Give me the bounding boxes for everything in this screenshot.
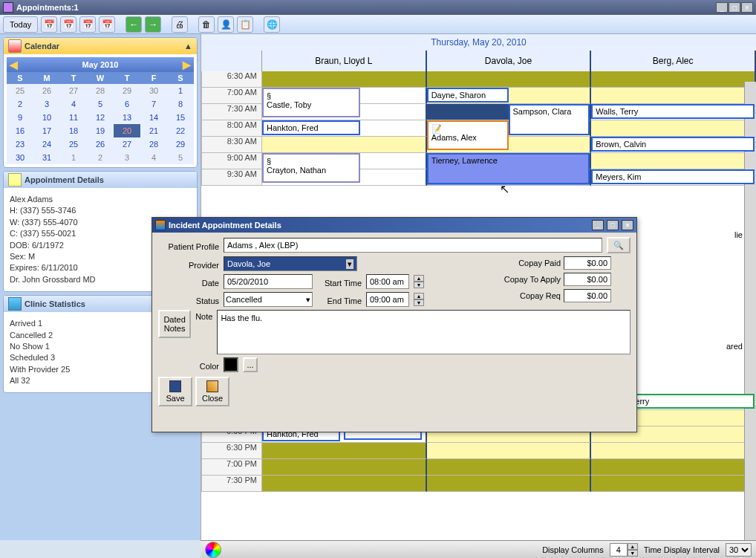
nav-prev-button[interactable]: ← (126, 16, 142, 33)
patient-profile-field[interactable] (224, 238, 602, 253)
end-time-up-button[interactable]: ▲ (414, 293, 424, 299)
calendar-day[interactable]: 18 (60, 124, 87, 137)
end-time-field[interactable] (366, 292, 409, 307)
minimize-button[interactable]: _ (716, 2, 728, 13)
calendar-day[interactable]: 21 (140, 124, 167, 137)
schedule-cell[interactable] (427, 71, 592, 88)
schedule-cell[interactable] (591, 88, 756, 104)
color-picker-button[interactable] (205, 542, 221, 558)
schedule-cell[interactable] (262, 443, 427, 459)
appointment-block[interactable]: Sampson, Clara (509, 104, 590, 135)
schedule-cell[interactable] (591, 443, 756, 459)
copay-req-field[interactable] (564, 289, 611, 302)
nav-next-button[interactable]: → (145, 16, 161, 33)
appointment-block[interactable]: Hankton, Fred (262, 120, 360, 135)
calendar-day[interactable]: 4 (140, 151, 167, 164)
start-time-down-button[interactable]: ▼ (414, 282, 424, 288)
calendar-day[interactable]: 19 (87, 124, 114, 137)
close-window-button[interactable]: × (741, 2, 753, 13)
end-time-down-button[interactable]: ▼ (414, 299, 424, 306)
refresh-button[interactable]: 🌐 (264, 16, 280, 33)
appointment-block[interactable]: Brown, Calvin (591, 137, 755, 152)
calendar-day[interactable]: 17 (33, 124, 60, 137)
display-columns-input[interactable] (610, 543, 628, 557)
calendar-day[interactable]: 30 (140, 84, 167, 97)
calendar-day[interactable]: 30 (7, 151, 33, 164)
schedule-cell[interactable] (427, 443, 592, 459)
calendar-day[interactable]: 25 (60, 137, 87, 151)
calendar-day[interactable]: 15 (167, 111, 194, 124)
view-week-button[interactable]: 📅 (79, 16, 96, 33)
patient-button[interactable]: 👤 (218, 16, 234, 33)
schedule-cell[interactable] (591, 71, 756, 88)
calendar-day[interactable]: 3 (33, 97, 60, 111)
copay-paid-field[interactable] (564, 256, 611, 270)
calendar-day[interactable]: 27 (114, 137, 140, 151)
calendar-day[interactable]: 2 (87, 151, 114, 164)
close-button[interactable]: Close (195, 377, 229, 406)
calendar-day[interactable]: 20 (114, 124, 140, 137)
calendar-day[interactable]: 1 (167, 84, 194, 97)
details-panel-header[interactable]: Appointment Details (4, 172, 197, 188)
calendar-day[interactable]: 12 (87, 111, 114, 124)
collapse-calendar-button[interactable]: ▲ (184, 42, 192, 51)
appointment-block[interactable]: Walls, Terry (591, 104, 755, 119)
calendar-day[interactable]: 16 (7, 124, 33, 137)
schedule-cell[interactable] (591, 476, 756, 492)
calendar-day[interactable]: 5 (167, 151, 194, 164)
dialog-maximize-button[interactable]: □ (607, 220, 619, 230)
schedule-cell[interactable]: Hankton, Fred (262, 120, 427, 137)
calendar-day[interactable]: 29 (167, 137, 194, 151)
calendar-day[interactable]: 24 (33, 137, 60, 151)
maximize-button[interactable]: □ (729, 2, 740, 13)
color-pick-button[interactable]: ... (243, 357, 258, 372)
calendar-day[interactable]: 4 (60, 97, 87, 111)
calendar-day[interactable]: 5 (87, 97, 114, 111)
schedule-cell[interactable] (591, 153, 756, 169)
calendar-day[interactable]: 31 (33, 151, 60, 164)
calendar-day[interactable]: 27 (60, 84, 87, 97)
calendar-day[interactable]: 1 (60, 151, 87, 164)
today-button[interactable]: Today (3, 16, 38, 33)
schedule-cell[interactable]: Brown, Calvin (591, 137, 756, 153)
calendar-day[interactable]: 6 (114, 97, 140, 111)
display-columns-spinner[interactable]: ▲▼ (610, 543, 638, 557)
calendar-day[interactable]: 29 (114, 84, 140, 97)
appointment-block[interactable]: Dayne, Sharon (427, 88, 509, 103)
calendar-day[interactable]: 25 (7, 84, 33, 97)
calendar-day[interactable]: 13 (114, 111, 140, 124)
schedule-cell[interactable]: Sampson, Clara (427, 104, 592, 120)
schedule-cell[interactable] (427, 476, 592, 492)
save-button[interactable]: Save (158, 377, 192, 406)
provider-select[interactable]: Davola, Joe▾ (224, 256, 357, 271)
appointment-block[interactable]: Meyers, Kim (591, 169, 755, 184)
calendar-day[interactable]: 8 (167, 97, 194, 111)
provider-column-header[interactable]: Braun, Lloyd L (262, 51, 427, 71)
date-field[interactable] (224, 274, 313, 289)
schedule-button[interactable]: 📋 (237, 16, 253, 33)
calendar-day[interactable]: 26 (87, 137, 114, 151)
view-workweek-button[interactable]: 📅 (60, 16, 76, 33)
schedule-cell[interactable]: §Castle, Toby (262, 88, 427, 104)
schedule-cell[interactable] (262, 459, 427, 476)
calendar-day[interactable]: 14 (140, 111, 167, 124)
dialog-minimize-button[interactable]: _ (592, 220, 604, 230)
appointment-block[interactable]: §Castle, Toby (262, 88, 360, 117)
calendar-day[interactable]: 11 (60, 111, 87, 124)
calendar-day[interactable]: 28 (140, 137, 167, 151)
prev-month-button[interactable]: ◀ (10, 59, 18, 71)
calendar-day[interactable]: 9 (7, 111, 33, 124)
schedule-cell[interactable]: Walls, Terry (591, 104, 756, 120)
dialog-close-button[interactable]: × (622, 220, 633, 230)
note-textarea[interactable] (217, 310, 630, 354)
appointment-block[interactable]: Tierney, Lawrence (427, 153, 590, 184)
schedule-cell[interactable]: §Crayton, Nathan (262, 153, 427, 169)
provider-column-header[interactable]: Berg, Alec (591, 51, 756, 71)
patient-search-button[interactable]: 🔍 (607, 237, 630, 253)
calendar-day[interactable]: 3 (114, 151, 140, 164)
appointment-block[interactable]: 📝Adams, Alex (427, 120, 509, 150)
provider-column-header[interactable]: Davola, Joe (427, 51, 592, 71)
schedule-cell[interactable]: Dayne, Sharon (427, 88, 592, 104)
schedule-cell[interactable]: Meyers, Kim (591, 169, 756, 186)
schedule-cell[interactable] (591, 459, 756, 476)
